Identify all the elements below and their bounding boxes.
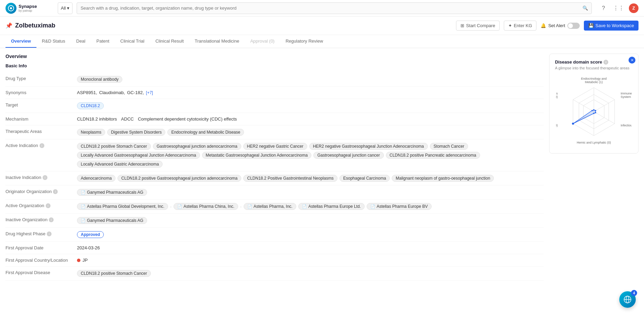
first-approval-date-label: First Approval Date [5,245,74,250]
ii-3: CLDN18.2 Positive Gastrointestinal Neopl… [243,175,337,182]
drug-actions: ⊞ Start Compare ✦ Enter KG 🔔 Set Alert 💾… [456,21,639,31]
ai-3: HER2 negative Gastric Cancer [243,143,307,150]
field-target: Target CLDN18.2 [5,99,544,113]
svg-marker-11 [573,110,596,124]
field-synonyms: Synonyms ASP8951, Claudiximab, GC-182, [… [5,87,544,99]
tab-regulatory-review[interactable]: Regulatory Review [280,35,329,48]
highest-phase-info[interactable]: i [47,232,52,236]
field-therapeutic-areas: Therapeutic Areas Neoplasms Digestive Sy… [5,125,544,139]
active-indication-info[interactable]: i [40,143,44,148]
search-bar[interactable]: 🔍 [77,2,592,14]
ai-7: Metastatic Gastroesophageal Junction Ade… [202,152,312,159]
svg-text:System (0): System (0) [621,95,632,99]
alert-icon: 🔔 [541,23,546,28]
inactive-org-tag: 📄 Ganymed Pharmaceuticals AG [77,217,147,224]
drug-type-value: Monoclonal antibody [77,76,544,83]
drug-title: Zolbetuximab [15,22,55,29]
active-org-info[interactable]: i [46,203,51,208]
ai-1: CLDN18.2 positive Stomach Cancer [77,143,151,150]
logo-name: Synapse [19,4,37,9]
ao-3: 📄 Astellas Pharma, Inc. [244,203,296,210]
set-alert-toggle[interactable] [567,23,580,29]
pin-icon: 📌 [5,22,12,29]
synonym-1: ASP8951, [77,90,97,95]
avatar[interactable]: Z [629,3,639,13]
search-icon: 🔍 [582,5,588,11]
ai-6: Locally Advanced Gastroesophageal Juncti… [77,152,200,159]
tab-clinical-result[interactable]: Clinical Result [150,35,189,48]
therapeutic-areas-label: Therapeutic Areas [5,129,74,134]
field-first-approval-country: First Approval Country/Location JP [5,254,544,267]
field-inactive-indication: Inactive Indication i Adenocarcinoma CLD… [5,171,544,185]
tabs: Overview R&D Status Deal Patent Clinical… [0,35,644,48]
active-org-label: Active Organization i [5,203,74,208]
ii-4: Esophageal Carcinoma [340,175,390,182]
target-value: CLDN18.2 [77,102,544,109]
top-bar: Synapse by patnap All ▾ 🔍 ? ⋮⋮ Z [0,0,644,16]
kg-label: Enter KG [514,23,532,28]
field-first-approval-disease: First Approval Disease CLDN18.2 positive… [5,267,544,281]
mech-1: CLDN18.2 inhibitors [77,116,117,122]
ai-8: Gastroesophageal junction cancer [313,152,384,159]
ai-9: CLDN18.2 positive Pancreatic adenocarcin… [386,152,480,159]
start-compare-button[interactable]: ⊞ Start Compare [456,21,500,31]
help-button[interactable]: ? [599,3,608,13]
tab-clinical-trial[interactable]: Clinical Trial [115,35,150,48]
logo-text-wrap: Synapse by patnap [19,4,37,12]
svg-point-17 [591,110,593,111]
tab-patent[interactable]: Patent [91,35,115,48]
save-workspace-button[interactable]: 💾 Save to Workspace [584,21,639,31]
search-input[interactable] [80,5,580,11]
disease-domain-title: Disease domain score i [555,59,633,65]
inactive-org-label: Inactive Organization i [5,217,74,222]
svg-text:Endocrinology and: Endocrinology and [581,77,607,80]
country-text: JP [82,258,88,263]
radar-chart: Endocrinology and Metabolic (1) Immune S… [555,76,633,148]
enter-kg-button[interactable]: ✦ Enter KG [504,21,536,31]
mech-3: Complement dependent cytotoxicity (CDC) … [138,116,237,122]
svg-text:Infectious (0): Infectious (0) [621,124,632,127]
search-filter-label: All [61,5,66,11]
ii-5: Malignant neoplasm of gastro-oesophageal… [392,175,494,182]
svg-text:Immune: Immune [621,92,632,95]
ta-2: Digestive System Disorders [107,129,165,136]
inactive-org-info[interactable]: i [49,217,54,222]
mechanism-value: CLDN18.2 inhibitors ADCC Complement depe… [77,116,544,122]
first-approval-disease-label: First Approval Disease [5,270,74,275]
drug-type-tag: Monoclonal antibody [77,76,122,83]
target-tag: CLDN18.2 [77,102,104,109]
ai-5: Stomach Cancer [430,143,468,150]
set-alert-wrap: 🔔 Set Alert [541,23,579,29]
tab-translational-medicine[interactable]: Translational Medicine [189,35,245,48]
ai-4: HER2 negative Gastroesophageal Junction … [309,143,428,150]
field-mechanism: Mechanism CLDN18.2 inhibitors ADCC Compl… [5,113,544,125]
kg-icon: ✦ [508,23,512,28]
synonyms-more[interactable]: [+7] [146,90,153,95]
first-approval-country-value: JP [77,258,544,263]
ii-2: CLDN18.2 positive Gastroesophageal junct… [118,175,241,182]
compare-icon: ⊞ [460,23,464,28]
originator-org-info[interactable]: i [53,189,58,194]
chevron-down-icon: ▾ [67,5,69,11]
svg-text:Nervous: Nervous [556,92,558,95]
panel-close-button[interactable]: ✕ [629,57,635,64]
active-org-value: 📄 Astellas Pharma Global Development, In… [77,203,544,210]
ta-3: Endocrinology and Metabolic Disease [167,129,244,136]
inactive-indication-info[interactable]: i [43,175,47,180]
synonym-2: Claudiximab, [99,90,125,95]
svg-text:Metabolic (1): Metabolic (1) [585,80,603,84]
ao-sep-2: · [240,204,242,209]
ao-1-icon: 📄 [81,204,86,209]
approval-date-text: 2024-03-26 [77,245,100,250]
tab-overview[interactable]: Overview [5,35,36,48]
svg-text:Neoplasms (10): Neoplasms (10) [556,124,558,127]
ao-5-icon: 📄 [370,204,375,209]
first-approval-disease-tag: CLDN18.2 positive Stomach Cancer [77,270,151,277]
apps-button[interactable]: ⋮⋮ [614,3,623,13]
active-indication-label: Active Indication i [5,143,74,148]
tab-deal[interactable]: Deal [71,35,91,48]
tab-rd-status[interactable]: R&D Status [36,35,71,48]
disease-domain-info[interactable]: i [603,60,608,65]
search-filter-select[interactable]: All ▾ [58,2,73,14]
svg-point-16 [593,113,595,114]
